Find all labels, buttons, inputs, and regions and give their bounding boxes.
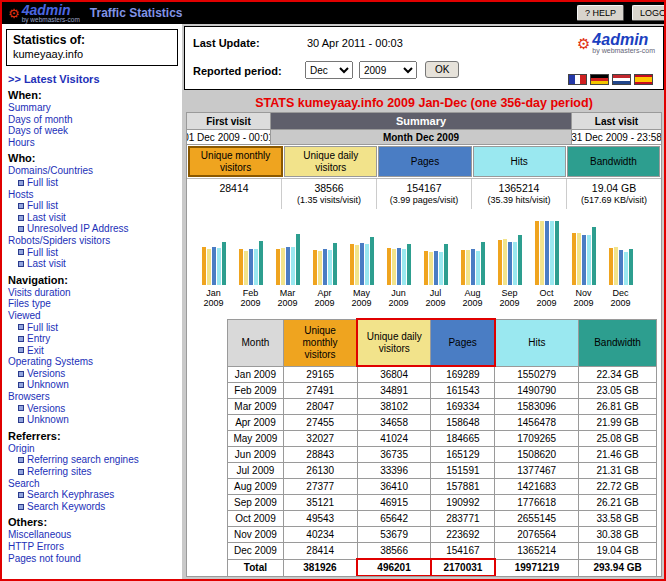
- period-year-select[interactable]: 2009: [359, 61, 417, 79]
- flag-netherlands-icon[interactable]: [612, 74, 631, 85]
- chart-bar-pages: [249, 249, 253, 285]
- table-cell: 2076564: [495, 527, 579, 543]
- sidebar-item-full-list[interactable]: Full list: [8, 247, 180, 259]
- ok-button[interactable]: OK: [425, 61, 459, 78]
- sidebar-item-label: Days of month: [8, 114, 72, 126]
- sidebar-item-http-errors[interactable]: HTTP Errors: [8, 541, 180, 553]
- chart-bar-unique-daily-visitors: [614, 247, 618, 285]
- sidebar-item-label: Unresolved IP Address: [27, 223, 129, 235]
- flag-spain-icon[interactable]: [634, 74, 653, 85]
- table-row-jan-2009: Jan 20092916536804169289155027922.34 GB: [228, 366, 657, 383]
- sidebar-item-label: Unknown: [27, 379, 69, 391]
- monthly-table-wrap: MonthUnique monthly visitorsUnique daily…: [227, 318, 657, 577]
- sidebar-item-days-of-month[interactable]: Days of month: [8, 114, 180, 126]
- help-button[interactable]: ? HELP: [577, 5, 624, 21]
- chart-bar-hits: [217, 248, 221, 285]
- language-flags: [568, 74, 653, 85]
- sidebar-item-exit[interactable]: Exit: [8, 345, 180, 357]
- sidebar-item-label: Viewed: [8, 310, 41, 322]
- sidebar-item-unknown[interactable]: Unknown: [8, 379, 180, 391]
- table-cell: Feb 2009: [228, 383, 284, 399]
- sidebar-item-label: Search Keywords: [27, 501, 105, 513]
- sidebar-item-visits-duration[interactable]: Visits duration: [8, 287, 180, 299]
- chart-bar-cluster: [195, 219, 232, 285]
- flag-germany-icon[interactable]: [590, 74, 609, 85]
- sidebar-item-operating-systems[interactable]: Operating Systems: [8, 356, 180, 368]
- sidebar-item-miscellaneous[interactable]: Miscellaneous: [8, 529, 180, 541]
- flag-france-icon[interactable]: [568, 74, 587, 85]
- sidebar-item-unresolved-ip-address[interactable]: Unresolved IP Address: [8, 223, 180, 235]
- table-cell: 1550279: [495, 366, 579, 383]
- chart-month-label: Aug2009: [454, 288, 491, 308]
- bullet-square-icon: [18, 203, 24, 209]
- table-cell: 21.31 GB: [579, 463, 657, 479]
- sidebar-item-hosts[interactable]: Hosts: [8, 189, 180, 201]
- sidebar-item-last-visit[interactable]: Last visit: [8, 258, 180, 270]
- bullet-square-icon: [18, 405, 24, 411]
- chart-bar-pages: [434, 251, 438, 285]
- chart-bar-unique-daily-visitors: [540, 221, 544, 285]
- sidebar-item-hours[interactable]: Hours: [8, 137, 180, 149]
- chart-bar-cluster: [565, 219, 602, 285]
- period-month-select[interactable]: Dec: [305, 61, 353, 79]
- sidebar-item-last-visit[interactable]: Last visit: [8, 212, 180, 224]
- vendor-logo: ⚙ 4admin by webmasters-com: [571, 33, 655, 54]
- sidebar-item-entry[interactable]: Entry: [8, 333, 180, 345]
- sidebar-item-label: Versions: [27, 368, 65, 380]
- sidebar-item-search[interactable]: Search: [8, 478, 180, 490]
- bullet-square-icon: [18, 336, 24, 342]
- chart-month-group: Apr2009: [306, 219, 343, 308]
- sidebar-item-robots-spiders-visitors[interactable]: Robots/Spiders visitors: [8, 235, 180, 247]
- table-cell: 1490790: [495, 383, 579, 399]
- column-header-bandwidth: Bandwidth: [579, 319, 657, 366]
- sidebar-item-browsers[interactable]: Browsers: [8, 391, 180, 403]
- table-cell-total: 293.94 GB: [579, 559, 657, 576]
- sidebar-item-full-list[interactable]: Full list: [8, 177, 180, 189]
- sidebar-item-search-keywords[interactable]: Search Keywords: [8, 501, 180, 513]
- chart-month-group: Aug2009: [454, 219, 491, 308]
- table-cell: Sep 2009: [228, 495, 284, 511]
- sidebar-item-full-list[interactable]: Full list: [8, 322, 180, 334]
- metric-value-number: 28414: [187, 182, 281, 194]
- table-cell: Jan 2009: [228, 366, 284, 383]
- table-cell: 28047: [283, 399, 357, 415]
- column-header-month: Month: [228, 319, 284, 366]
- chart-month-group: Dec2009: [602, 219, 639, 308]
- table-cell: 1709265: [495, 431, 579, 447]
- metric-values-row: 2841438566(1.35 visits/visit)154167(3.99…: [187, 179, 661, 209]
- sidebar-item-referring-search-engines[interactable]: Referring search engines: [8, 454, 180, 466]
- sidebar-item-files-type[interactable]: Files type: [8, 298, 180, 310]
- sidebar-item-viewed[interactable]: Viewed: [8, 310, 180, 322]
- sidebar-item-domains-countries[interactable]: Domains/Countries: [8, 165, 180, 177]
- sidebar-item-summary[interactable]: Summary: [8, 102, 180, 114]
- sidebar-item-days-of-week[interactable]: Days of week: [8, 125, 180, 137]
- bullet-square-icon: [18, 180, 24, 186]
- bullet-square-icon: [18, 382, 24, 388]
- sidebar-item-pages-not-found[interactable]: Pages not found: [8, 553, 180, 565]
- sidebar-item-label: Last visit: [27, 258, 66, 270]
- table-cell: 65642: [357, 511, 431, 527]
- table-row-total: Total381926496201217003119971219293.94 G…: [228, 559, 657, 576]
- latest-visitors-link[interactable]: >> Latest Visitors: [8, 73, 176, 85]
- column-header-unique-daily-visitors: Unique daily visitors: [357, 319, 431, 366]
- sidebar-item-search-keyphrases[interactable]: Search Keyphrases: [8, 489, 180, 501]
- logout-button[interactable]: LOGOUT: [632, 5, 664, 21]
- sidebar-item-versions[interactable]: Versions: [8, 403, 180, 415]
- table-cell: 27377: [283, 479, 357, 495]
- chart-bar-bandwidth-gb: [407, 244, 411, 285]
- sidebar-item-unknown[interactable]: Unknown: [8, 414, 180, 426]
- chart-month-label: Feb2009: [232, 288, 269, 308]
- chart-bar-unique-monthly-visitors: [202, 247, 206, 285]
- sidebar-item-referring-sites[interactable]: Referring sites: [8, 466, 180, 478]
- chart-month-group: Sep2009: [491, 219, 528, 308]
- sidebar-item-full-list[interactable]: Full list: [8, 200, 180, 212]
- brand-byline: by webmasters-com: [22, 16, 80, 23]
- menu-section-when: When:: [8, 89, 180, 102]
- sidebar-item-versions[interactable]: Versions: [8, 368, 180, 380]
- sidebar-item-origin[interactable]: Origin: [8, 443, 180, 455]
- table-cell: 169334: [431, 399, 495, 415]
- menu-section-others: Others:: [8, 516, 180, 529]
- stats-annotation: STATS kumeyaay.info 2009 Jan-Dec (one 35…: [184, 96, 664, 110]
- chart-bar-unique-monthly-visitors: [276, 249, 280, 285]
- monthly-table: MonthUnique monthly visitorsUnique daily…: [227, 318, 657, 577]
